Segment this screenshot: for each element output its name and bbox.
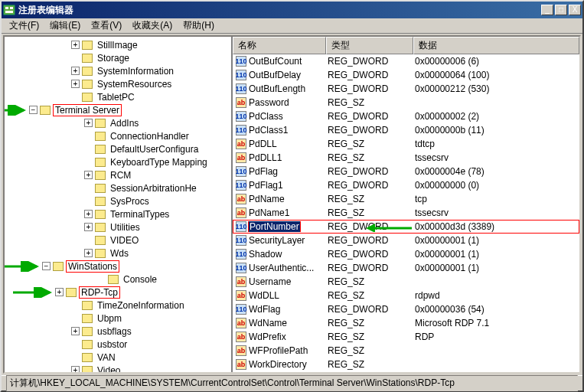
- col-header-type[interactable]: 类型: [326, 37, 413, 54]
- titlebar[interactable]: 注册表编辑器 _ □ X: [2, 2, 582, 18]
- expander-icon[interactable]: +: [71, 41, 80, 49]
- tree-node-label[interactable]: SysProcs: [109, 196, 151, 207]
- registry-value-row[interactable]: 110OutBufDelayREG_DWORD0x00000064 (100): [233, 68, 579, 82]
- tree-node[interactable]: +Utilities: [6, 220, 230, 234]
- tree-node-label[interactable]: TerminalTypes: [109, 209, 171, 220]
- tree-node-label[interactable]: VAN: [96, 352, 117, 363]
- registry-value-row[interactable]: abPdDLL1REG_SZtssecsrv: [233, 151, 579, 165]
- tree-node[interactable]: DefaultUserConfigura: [6, 142, 230, 155]
- menu-item-1[interactable]: 编辑(E): [45, 18, 85, 34]
- registry-value-row[interactable]: 110WdFlagREG_DWORD0x00000036 (54): [233, 302, 579, 316]
- tree-node[interactable]: SessionArbitrationHe: [6, 181, 230, 194]
- tree-node[interactable]: −WinStations: [6, 260, 230, 273]
- expander-icon[interactable]: +: [71, 67, 80, 75]
- tree-node[interactable]: TimeZoneInformation: [6, 299, 230, 312]
- menu-item-2[interactable]: 查看(V): [86, 18, 126, 34]
- tree-node[interactable]: usbstor: [6, 338, 230, 351]
- registry-value-row[interactable]: abPdNameREG_SZtcp: [233, 192, 579, 206]
- tree-node-label[interactable]: usbstor: [96, 339, 129, 350]
- tree-node-label[interactable]: Utilities: [109, 222, 142, 233]
- registry-value-row[interactable]: 110OutBufCountREG_DWORD0x00000006 (6): [233, 54, 579, 68]
- tree-node-label[interactable]: VIDEO: [109, 235, 140, 246]
- tree-node[interactable]: TabletPC: [6, 90, 230, 103]
- list-body[interactable]: 110OutBufCountREG_DWORD0x00000006 (6)110…: [233, 54, 579, 372]
- tree-node[interactable]: SysProcs: [6, 194, 230, 207]
- tree-node-label[interactable]: Storage: [96, 53, 131, 64]
- tree-node-label[interactable]: WinStations: [67, 261, 119, 272]
- tree-node[interactable]: ConnectionHandler: [6, 129, 230, 142]
- tree-node[interactable]: −Terminal Server: [6, 103, 230, 116]
- registry-value-row[interactable]: abWorkDirectoryREG_SZ: [233, 358, 579, 371]
- expander-icon[interactable]: +: [84, 171, 93, 179]
- col-header-data[interactable]: 数据: [413, 37, 579, 54]
- registry-value-row[interactable]: abWsxDLLREG_SZrdpwsx: [233, 371, 579, 372]
- menu-item-3[interactable]: 收藏夹(A): [128, 18, 177, 34]
- tree-node-label[interactable]: SessionArbitrationHe: [109, 183, 198, 194]
- tree-node-label[interactable]: Wds: [109, 248, 130, 259]
- close-button[interactable]: X: [569, 5, 581, 15]
- registry-value-row[interactable]: abPdName1REG_SZtssecsrv: [233, 206, 579, 220]
- tree-node-label[interactable]: SystemResources: [96, 79, 173, 90]
- expander-icon[interactable]: +: [71, 327, 80, 335]
- tree-node[interactable]: +Video: [6, 364, 230, 372]
- tree-node-label[interactable]: Terminal Server: [54, 105, 121, 116]
- expander-icon[interactable]: +: [71, 80, 80, 88]
- tree-node-label[interactable]: ConnectionHandler: [109, 131, 191, 142]
- tree-node-label[interactable]: Video: [96, 365, 122, 373]
- registry-value-row[interactable]: 110PdFlag1REG_DWORD0x00000000 (0): [233, 178, 579, 192]
- expander-icon[interactable]: −: [29, 106, 38, 114]
- expander-icon[interactable]: +: [84, 119, 93, 127]
- registry-value-row[interactable]: 110PortNumberREG_DWORD0x00000d3d (3389): [233, 220, 579, 234]
- tree-pane[interactable]: +StillImageStorage+SystemInformation+Sys…: [5, 37, 233, 372]
- tree-node-label[interactable]: KeyboardType Mapping: [109, 157, 209, 168]
- tree-node[interactable]: +RCM: [6, 168, 230, 181]
- expander-icon[interactable]: −: [42, 262, 51, 270]
- expander-icon[interactable]: +: [84, 249, 93, 257]
- tree-node[interactable]: VIDEO: [6, 234, 230, 247]
- registry-value-row[interactable]: 110OutBufLengthREG_DWORD0x00000212 (530): [233, 82, 579, 96]
- tree-node[interactable]: Storage: [6, 51, 230, 64]
- tree-node[interactable]: Console: [6, 273, 230, 286]
- registry-value-row[interactable]: 110PdFlagREG_DWORD0x0000004e (78): [233, 165, 579, 178]
- tree-node[interactable]: +TerminalTypes: [6, 207, 230, 220]
- tree-node-label[interactable]: TimeZoneInformation: [96, 300, 186, 311]
- tree-node-label[interactable]: Console: [122, 274, 158, 285]
- tree-node-label[interactable]: StillImage: [96, 40, 139, 51]
- registry-value-row[interactable]: abWFProfilePathREG_SZ: [233, 344, 579, 358]
- tree-node-label[interactable]: TabletPC: [96, 92, 136, 103]
- tree-node-label[interactable]: Ubpm: [96, 313, 123, 324]
- tree-node[interactable]: +usbflags: [6, 325, 230, 338]
- col-header-name[interactable]: 名称: [233, 37, 326, 54]
- menu-item-4[interactable]: 帮助(H): [178, 18, 219, 34]
- tree-node[interactable]: Ubpm: [6, 312, 230, 325]
- expander-icon[interactable]: +: [84, 210, 93, 218]
- expander-icon[interactable]: +: [84, 223, 93, 231]
- registry-value-row[interactable]: 110ShadowREG_DWORD0x00000001 (1): [233, 247, 579, 261]
- registry-value-row[interactable]: abPasswordREG_SZ: [233, 96, 579, 109]
- tree-node-label[interactable]: usbflags: [96, 326, 133, 337]
- tree-node[interactable]: +SystemResources: [6, 77, 230, 90]
- registry-value-row[interactable]: 110PdClass1REG_DWORD0x0000000b (11): [233, 123, 579, 137]
- registry-value-row[interactable]: abWdDLLREG_SZrdpwd: [233, 289, 579, 302]
- tree-node[interactable]: +Wds: [6, 247, 230, 260]
- tree-node[interactable]: +AddIns: [6, 116, 230, 129]
- registry-value-row[interactable]: abPdDLLREG_SZtdtcp: [233, 137, 579, 151]
- registry-value-row[interactable]: 110UserAuthentic...REG_DWORD0x00000001 (…: [233, 261, 579, 275]
- tree-node[interactable]: +StillImage: [6, 38, 230, 51]
- tree-node-label[interactable]: DefaultUserConfigura: [109, 144, 200, 155]
- tree-node[interactable]: VAN: [6, 351, 230, 364]
- registry-value-row[interactable]: abUsernameREG_SZ: [233, 275, 579, 289]
- tree-node[interactable]: +RDP-Tcp: [6, 286, 230, 299]
- registry-value-row[interactable]: abWdNameREG_SZMicrosoft RDP 7.1: [233, 316, 579, 330]
- registry-value-row[interactable]: 110PdClassREG_DWORD0x00000002 (2): [233, 109, 579, 123]
- menu-item-0[interactable]: 文件(F): [5, 18, 44, 34]
- tree-node-label[interactable]: RCM: [109, 170, 132, 181]
- registry-value-row[interactable]: 110SecurityLayerREG_DWORD0x00000001 (1): [233, 234, 579, 247]
- tree-node-label[interactable]: AddIns: [109, 118, 140, 129]
- tree-node-label[interactable]: RDP-Tcp: [80, 287, 119, 298]
- tree-node[interactable]: KeyboardType Mapping: [6, 155, 230, 168]
- tree-node-label[interactable]: SystemInformation: [96, 66, 175, 77]
- registry-value-row[interactable]: abWdPrefixREG_SZRDP: [233, 330, 579, 344]
- minimize-button[interactable]: _: [541, 5, 553, 15]
- expander-icon[interactable]: +: [71, 366, 80, 372]
